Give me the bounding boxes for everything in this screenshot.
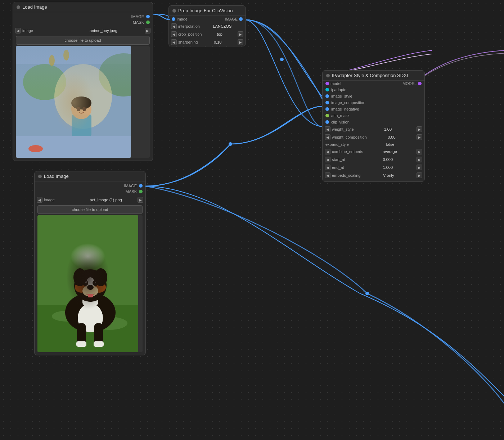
wc-next-btn[interactable]: ▶ [417,134,422,140]
image-in-label: image [177,17,188,21]
wc-label: weight_composition [332,135,367,139]
mask-output-dot [146,21,150,24]
svg-point-23 [86,277,95,292]
image-in-dot [172,17,175,21]
load-image-bottom-title: Load Image [44,174,69,179]
embeds-scaling-row: ◀ embeds_scaling V only ▶ [323,171,424,179]
svg-point-38 [229,142,232,146]
combine-embeds-row: ◀ combine_embeds average ▶ [323,148,424,156]
svg-rect-32 [94,323,103,347]
choose-file-btn-top[interactable]: choose file to upload [16,36,150,45]
image-style-label: image_style [331,94,352,98]
svg-point-28 [85,281,87,283]
image-negative-port-row: image_negative [323,106,424,112]
clip-vision-dot [325,120,329,124]
svg-point-7 [71,96,91,109]
es-next-btn[interactable]: ▶ [417,172,422,178]
ea-next-btn[interactable]: ▶ [417,165,422,170]
svg-point-17 [65,293,116,332]
image-composition-port-row: image_composition [323,99,424,106]
clip-vision-port-row: clip_vision [323,119,424,125]
bottom-mask-label: MASK [126,189,137,194]
svg-point-39 [365,292,369,295]
es-prev-btn[interactable]: ◀ [325,172,330,178]
bottom-output-ports: IMAGE MASK [35,181,145,196]
load-image-node-bottom: Load Image IMAGE MASK ◀ image pet_image … [34,171,146,355]
dog-image [37,215,138,352]
attn-mask-port-row: attn_mask [323,112,424,119]
image-file-row: ◀ image anime_boy.jpeg ▶ [13,27,153,35]
svg-rect-14 [37,305,138,352]
interpolation-row: ◀ interpolation LANCZOS [169,22,246,30]
ce-label: combine_embeds [332,149,363,154]
image-style-dot [325,94,329,98]
image-style-port-row: image_style [323,93,424,99]
svg-rect-30 [88,294,93,297]
bottom-image-next-btn[interactable]: ▶ [138,197,143,203]
bottom-mask-port-row: MASK [35,189,145,194]
svg-point-12 [28,145,43,152]
bottom-mask-dot [139,190,143,193]
model-left-dot [325,82,329,85]
ws-label: weight_style [332,127,359,131]
sharp-prev-btn[interactable]: ◀ [171,39,177,45]
choose-file-btn-bottom[interactable]: choose file to upload [37,205,143,214]
svg-rect-19 [82,293,98,305]
interp-value: LANCZOS [201,24,243,28]
image-next-btn[interactable]: ▶ [145,28,150,33]
interp-prev-btn[interactable]: ◀ [171,23,177,29]
image-out-dot [239,17,243,21]
prep-status-dot [172,9,176,13]
svg-rect-34 [94,341,104,347]
ea-label: end_at [332,165,359,170]
crop-prev-btn[interactable]: ◀ [171,31,177,37]
interp-label: interpolation [178,24,200,28]
svg-point-36 [94,268,107,286]
wc-prev-btn[interactable]: ◀ [325,134,330,140]
bottom-image-prev-btn[interactable]: ◀ [37,197,42,203]
anime-boy-svg [16,46,131,158]
sharp-next-btn[interactable]: ▶ [238,39,243,45]
ea-prev-btn[interactable]: ◀ [325,165,330,170]
image-prev-btn[interactable]: ◀ [15,28,21,33]
node-canvas[interactable]: Load Image IMAGE MASK ◀ image anime_boy.… [0,0,504,440]
ce-next-btn[interactable]: ▶ [417,149,422,154]
svg-point-15 [52,311,81,322]
load-image-top-header: Load Image [13,2,153,12]
load-image-top-title: Load Image [22,4,47,10]
sa-prev-btn[interactable]: ◀ [325,157,330,162]
svg-point-27 [93,280,98,286]
image-output-dot [146,15,150,18]
node-status-dot [17,5,20,9]
svg-point-11 [63,50,69,60]
bottom-image-port-row: IMAGE [35,183,145,189]
crop-next-btn[interactable]: ▶ [238,31,243,37]
sharp-label: sharpening [178,40,198,44]
anime-boy-image [16,46,131,158]
sharp-value: 0.10 [199,40,236,44]
sharp-row: ◀ sharpening 0.10 ▶ [169,38,246,46]
bottom-image-file-row: ◀ image pet_image (1).png ▶ [35,196,145,204]
ipadapter-node: IPAdapter Style & Composition SDXL model… [322,70,425,182]
svg-rect-31 [77,323,86,347]
svg-point-26 [82,280,88,286]
ipadapter-title: IPAdapter Style & Composition SDXL [332,73,409,78]
sa-value: 0.000 [361,157,415,162]
ipadapter-dot [325,88,329,91]
weight-style-row: ◀ weight_style 1.00 ▶ [323,125,424,133]
prep-image-title: Prep Image For ClipVision [178,8,233,13]
ws-next-btn[interactable]: ▶ [417,126,422,132]
image-output-label: IMAGE [131,14,144,19]
svg-point-16 [91,317,127,330]
ea-value: 1.000 [361,165,415,170]
es-value: V only [362,173,415,178]
ce-prev-btn[interactable]: ◀ [325,149,330,154]
ce-value: average [365,149,415,154]
expand-label: expand_style [325,142,357,147]
image-out-label: IMAGE [225,17,238,21]
svg-point-8 [77,107,80,111]
output-ports-top: IMAGE MASK [13,12,153,27]
ws-prev-btn[interactable]: ◀ [325,126,330,132]
image-file-label: image [22,28,62,33]
sa-next-btn[interactable]: ▶ [417,157,422,162]
